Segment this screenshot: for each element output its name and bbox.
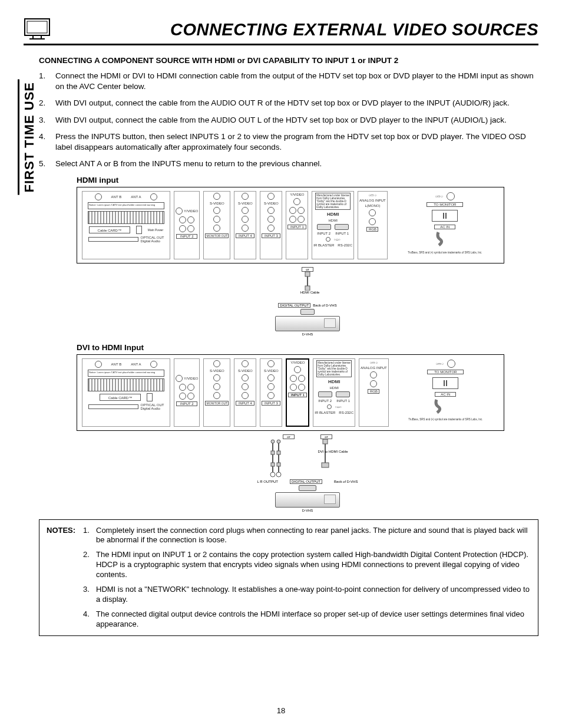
svg-rect-13 (271, 463, 275, 466)
svg-rect-19 (322, 463, 329, 467)
page-header: CONNECTING EXTERNAL VIDEO SOURCES (24, 18, 538, 45)
hdmi-cable-label: HDMI Cable (300, 291, 320, 294)
note-3: 3. HDMI is not a "NETWORK" technology. I… (83, 585, 531, 605)
side-tab-first-time-use: FIRST TIME USE (18, 80, 37, 195)
svg-point-10 (277, 440, 280, 443)
step-number: 3. (39, 115, 55, 126)
dvhs-hdmi-slot (300, 309, 315, 315)
section-heading: CONNECTING A COMPONENT SOURCE WITH HDMI … (39, 56, 538, 65)
step-text: With DVI output, connect the cable from … (55, 98, 538, 108)
r-jack (187, 225, 194, 232)
lmono-jack2 (213, 216, 220, 223)
note-number: 1. (83, 526, 96, 546)
notes-heading: NOTES: (47, 526, 83, 630)
tv-icon (24, 18, 51, 41)
svg-point-9 (271, 440, 275, 443)
antb-jack (95, 193, 102, 200)
rear-panel-diagram-1: ANT B ANT A Notice: Lorem ipsum CATV tex… (77, 187, 504, 263)
svg-rect-1 (27, 21, 47, 33)
figure2: ANT B ANT A Notice: Lorem ipsum CATV tex… (77, 354, 538, 512)
digital-output-label-2: DIGITAL OUTPUT (290, 479, 322, 484)
anta-jack (150, 193, 157, 200)
analog-input-label: ANALOG INPUT (359, 199, 386, 202)
monitor-out-label: MONITOR OUT (205, 233, 229, 238)
step-3: 3. With DVI output, connect the cable fr… (39, 115, 538, 126)
note-number: 4. (83, 610, 96, 630)
svideo-label: S-VIDEO (210, 202, 224, 205)
lr-output-label: L R OUTPUT (257, 480, 278, 483)
note-text: The HDMI input on INPUT 1 or 2 contains … (96, 550, 531, 580)
note-2: 2. The HDMI input on INPUT 1 or 2 contai… (83, 550, 531, 580)
note-number: 2. (83, 550, 96, 580)
note-4: 4. The connected digital output device c… (83, 610, 531, 630)
input1-label: INPUT 1 (287, 225, 306, 229)
lmono-jack (187, 216, 194, 223)
step-text: With DVI output, connect the cable from … (55, 115, 538, 126)
svg-point-15 (270, 472, 275, 477)
input3-label: INPUT 3 (262, 233, 280, 238)
svideo-jack (213, 193, 220, 200)
back-of-dvhs-label: Back of D-VHS (313, 304, 336, 307)
step-5: 5. Select ANT A or B from the INPUTS men… (39, 159, 538, 169)
step-text: Press the INPUTS button, then select INP… (55, 131, 538, 153)
dvi-cable-label: DVI to HDMI Cable (318, 450, 348, 453)
step-4: 4. Press the INPUTS button, then select … (39, 131, 538, 153)
note-1: 1. Completely insert the connection cord… (83, 526, 531, 546)
dvhs-label-2: D-VHS (77, 509, 538, 512)
svg-rect-17 (323, 439, 328, 444)
svg-rect-12 (277, 451, 280, 454)
step-number: 4. (39, 131, 55, 153)
antb-label: ANT B (111, 195, 122, 199)
hdmi-cable-icon (296, 272, 319, 291)
figure1-cable-diagram: or HDMI Cable DIGITAL OUTPUT Back of D-V… (77, 267, 538, 336)
dvhs-device-icon (275, 316, 340, 331)
svg-point-16 (276, 472, 281, 477)
warning-text: Notice: Lorem ipsum CATV text placeholde… (88, 202, 164, 209)
dvhs-dvi-slot (299, 485, 316, 491)
figure1-heading: HDMI input (77, 176, 538, 185)
digital-output-label: DIGITAL OUTPUT (278, 303, 310, 308)
hdmi-label: HDMI (329, 219, 338, 222)
yvideo-jack (176, 207, 183, 215)
step-text: Connect the HDMI or DVI to HDMI connecti… (55, 71, 538, 92)
irblaster-label: IR BLASTER (313, 243, 334, 247)
to-monitor-label: TO MONITOR (427, 202, 463, 207)
main-power-label: Main Power (148, 228, 163, 232)
page-number: 18 (0, 706, 562, 715)
hdmi-input1-slot (335, 224, 349, 230)
step-number: 5. (39, 159, 55, 169)
figure2-cable-diagram: or or DVI to H (77, 434, 538, 512)
step-number: 2. (39, 98, 55, 108)
input4-label: INPUT 4 (236, 233, 254, 238)
input2-label: INPUT 2 (176, 234, 197, 239)
note-text: The connected digital output device cont… (96, 610, 531, 630)
vent-grille (88, 211, 164, 224)
step-text: Select ANT A or B from the INPUTS menu t… (55, 159, 538, 169)
notes-block: NOTES: 1. Completely insert the connecti… (39, 519, 538, 636)
or-label-2a: or (283, 434, 295, 439)
r-jack2 (213, 225, 220, 232)
note-text: Completely insert the connection cord pl… (96, 526, 531, 546)
page-title: CONNECTING EXTERNAL VIDEO SOURCES (170, 20, 538, 39)
video-jack (213, 207, 220, 214)
ac-socket (432, 210, 458, 222)
power-cord-icon (435, 231, 459, 249)
back-of-dvhs-label-2: Back of D-VHS (334, 480, 358, 483)
step-number: 1. (39, 71, 55, 92)
dvhs-label: D-VHS (77, 332, 538, 336)
hdmi-logo: HDMI (327, 212, 339, 217)
steps-list: 1. Connect the HDMI or DVI to HDMI conne… (39, 71, 538, 170)
svg-rect-6 (305, 286, 310, 291)
pb-jack (179, 216, 186, 223)
rear-panel-diagram-2: ANT B ANT A Notice: Lorem ipsum CATV tex… (77, 354, 504, 431)
acin-label: AC IN (434, 225, 455, 229)
figure1: ANT B ANT A Notice: Lorem ipsum CATV tex… (77, 187, 538, 336)
note-number: 3. (83, 585, 96, 605)
dvi-hdmi-cable-icon (316, 439, 334, 469)
optical-slot (88, 237, 138, 242)
hdmi-input2-slot (317, 224, 331, 230)
dvhs-device-icon-2 (275, 492, 340, 508)
trubass-text: TruBass, SRS and (•) symbol are trademar… (408, 251, 482, 254)
note-text: HDMI is not a "NETWORK" technology. It e… (96, 585, 531, 605)
svg-rect-4 (305, 272, 310, 276)
